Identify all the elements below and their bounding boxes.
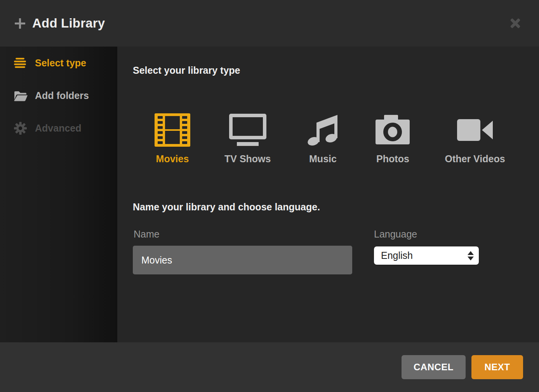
- film-strip-icon: [155, 113, 190, 147]
- sidebar-item-add-folders[interactable]: Add folders: [0, 79, 117, 112]
- cancel-button[interactable]: CANCEL: [402, 355, 466, 379]
- sidebar-item-label: Add folders: [35, 90, 89, 101]
- library-type-other-videos[interactable]: Other Videos: [445, 113, 505, 165]
- main-content: Select your library type: [117, 47, 539, 342]
- language-select[interactable]: English: [374, 246, 479, 265]
- name-heading: Name your library and choose language.: [133, 201, 320, 213]
- gear-icon: [14, 122, 28, 135]
- library-type-label: TV Shows: [224, 153, 271, 165]
- sidebar-item-label: Select type: [35, 57, 86, 69]
- sidebar-item-select-type[interactable]: Select type: [0, 47, 117, 79]
- dialog-footer: CANCEL NEXT: [0, 342, 539, 392]
- next-button[interactable]: NEXT: [471, 355, 523, 379]
- select-stepper-icon: [468, 251, 474, 260]
- sidebar-item-label: Advanced: [35, 123, 81, 134]
- name-label: Name: [134, 228, 160, 240]
- music-note-icon: [305, 113, 341, 147]
- name-input[interactable]: [133, 246, 352, 274]
- dialog-title: Add Library: [32, 16, 105, 31]
- list-icon: [14, 58, 28, 68]
- open-folder-icon: [14, 90, 28, 101]
- language-value: English: [381, 250, 413, 261]
- library-type-list: Movies TV Shows: [155, 113, 505, 165]
- library-type-tv-shows[interactable]: TV Shows: [224, 113, 271, 165]
- plus-icon: [15, 18, 25, 29]
- tv-icon: [229, 113, 266, 147]
- library-type-label: Photos: [376, 153, 409, 165]
- camera-icon: [375, 113, 410, 147]
- library-type-movies[interactable]: Movies: [155, 113, 190, 165]
- dialog-header: Add Library: [0, 0, 539, 47]
- type-heading: Select your library type: [133, 64, 240, 76]
- close-icon[interactable]: [508, 16, 523, 31]
- library-type-music[interactable]: Music: [305, 113, 341, 165]
- library-type-photos[interactable]: Photos: [375, 113, 410, 165]
- library-type-label: Other Videos: [445, 153, 505, 165]
- add-library-dialog: Add Library Select type: [0, 0, 539, 392]
- language-label: Language: [374, 228, 417, 240]
- sidebar-item-advanced: Advanced: [0, 112, 117, 144]
- library-type-label: Movies: [156, 153, 189, 165]
- video-camera-icon: [457, 113, 493, 147]
- library-type-label: Music: [309, 153, 337, 165]
- sidebar: Select type Add folders: [0, 47, 117, 342]
